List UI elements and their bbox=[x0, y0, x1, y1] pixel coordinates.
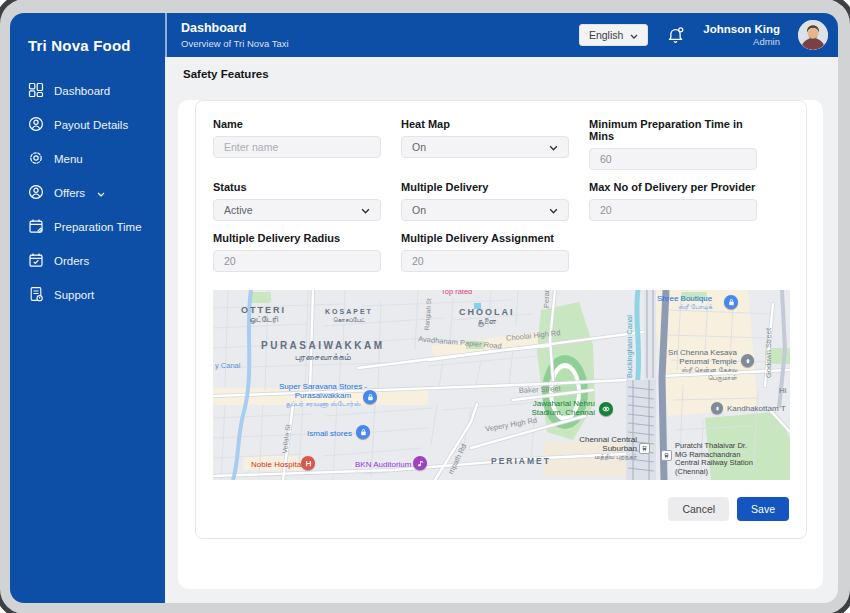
shopping-bag-marker[interactable] bbox=[724, 295, 738, 309]
sidebar-item-label: Orders bbox=[54, 255, 89, 267]
delivery-radius-input[interactable] bbox=[213, 250, 381, 272]
map-poi-noble-hospital: Noble Hospital bbox=[251, 460, 303, 469]
min-prep-time-input[interactable] bbox=[589, 148, 757, 170]
map-poi-saravana: Super Saravana Stores - Purasaiwakkamசூப… bbox=[273, 382, 373, 408]
multiple-delivery-select[interactable]: On bbox=[401, 199, 569, 221]
sidebar-item-label: Preparation Time bbox=[54, 221, 142, 233]
map-road-canal: y Canal bbox=[215, 362, 240, 371]
user-meta: Johnson King Admin bbox=[703, 22, 780, 48]
sidebar-item-label: Offers bbox=[54, 187, 85, 199]
language-label: English bbox=[589, 29, 623, 41]
gear-icon bbox=[28, 150, 44, 168]
status-select[interactable]: Active bbox=[213, 199, 381, 221]
chevron-down-icon bbox=[97, 187, 105, 199]
person-circle-icon bbox=[28, 184, 44, 202]
sidebar-item-menu[interactable]: Menu bbox=[10, 142, 165, 176]
sidebar-item-support[interactable]: Support bbox=[10, 278, 165, 312]
train-marker[interactable] bbox=[661, 450, 672, 461]
form-grid: Name Heat Map On Min bbox=[213, 118, 789, 272]
person-circle-icon bbox=[28, 116, 44, 134]
language-dropdown[interactable]: English bbox=[579, 24, 648, 46]
name-input[interactable] bbox=[213, 136, 381, 158]
notification-bell-icon[interactable] bbox=[666, 26, 685, 45]
sidebar-item-orders[interactable]: Orders bbox=[10, 244, 165, 278]
screenshot: Tri Nova Food Dashboard Payout Details M… bbox=[0, 0, 850, 613]
field-delivery-assignment: Multiple Delivery Assignment bbox=[401, 232, 569, 272]
delivery-assignment-input[interactable] bbox=[401, 250, 569, 272]
map-poi-bkn-auditorium: BKN Auditorium bbox=[355, 460, 411, 469]
map-poi-central-station: Puratchi Thalaivar Dr. MG Ramachandran C… bbox=[675, 442, 757, 477]
chevron-down-icon bbox=[361, 204, 370, 216]
music-marker[interactable] bbox=[413, 456, 427, 470]
cancel-button[interactable]: Cancel bbox=[668, 497, 729, 521]
status-value: Active bbox=[224, 204, 253, 216]
sidebar-item-dashboard[interactable]: Dashboard bbox=[10, 74, 165, 108]
main-column: Dashboard Overview of Tri Nova Taxi Engl… bbox=[165, 13, 838, 603]
multiple-delivery-label: Multiple Delivery bbox=[401, 181, 569, 193]
grid-spacer bbox=[589, 232, 757, 272]
delivery-assignment-label: Multiple Delivery Assignment bbox=[401, 232, 569, 244]
field-max-delivery: Max No of Delivery per Provider bbox=[589, 181, 757, 221]
map-poi-shree-boutique: Shree Boutiqueஸ்ரீ போடிக் bbox=[657, 294, 712, 311]
map-poi-central-suburban: Chennai Central Suburbanமத்திய புறநகர் bbox=[559, 435, 637, 461]
sidebar-item-label: Support bbox=[54, 289, 94, 301]
sidebar-item-label: Dashboard bbox=[54, 85, 110, 97]
map-road-high-rd: Hi bbox=[779, 386, 787, 395]
map-poi-perumal-temple: Sri Chenna Kesava Perumal Templeஸ்ரீ சென… bbox=[659, 348, 737, 382]
header-right: English Johnson King Admin bbox=[579, 20, 828, 50]
header-titles: Dashboard Overview of Tri Nova Taxi bbox=[181, 21, 289, 49]
field-status: Status Active bbox=[213, 181, 381, 221]
shopping-bag-marker[interactable] bbox=[363, 390, 377, 404]
map[interactable]: OTTERIஒட்டேரி KOSAPETகொசப்பேட் PURASAIWA… bbox=[213, 290, 790, 480]
map-area-kosapet: KOSAPETகொசப்பேட் bbox=[325, 308, 373, 324]
map-poi-nehru-stadium: Jawaharlal Nehru Stadium, Chennai bbox=[509, 399, 595, 417]
shopping-bag-marker[interactable] bbox=[356, 425, 370, 439]
heat-map-label: Heat Map bbox=[401, 118, 569, 130]
page-title: Safety Features bbox=[183, 68, 838, 80]
app-window: Tri Nova Food Dashboard Payout Details M… bbox=[10, 13, 838, 603]
chevron-down-icon bbox=[630, 29, 638, 41]
name-label: Name bbox=[213, 118, 381, 130]
support-document-icon bbox=[28, 286, 44, 304]
field-name: Name bbox=[213, 118, 381, 170]
field-delivery-radius: Multiple Delivery Radius bbox=[213, 232, 381, 272]
multiple-delivery-value: On bbox=[412, 204, 426, 216]
sidebar: Tri Nova Food Dashboard Payout Details M… bbox=[10, 13, 165, 603]
content-panel: Name Heat Map On Min bbox=[178, 100, 823, 589]
delivery-radius-label: Multiple Delivery Radius bbox=[213, 232, 381, 244]
max-delivery-input[interactable] bbox=[589, 199, 757, 221]
hospital-marker[interactable] bbox=[301, 456, 315, 470]
heat-map-value: On bbox=[412, 141, 426, 153]
sidebar-item-label: Menu bbox=[54, 153, 83, 165]
calendar-check-icon bbox=[28, 252, 44, 270]
field-min-prep-time: Minimum Preparation Time in Mins bbox=[589, 118, 757, 170]
content-area: Safety Features Name Heat Map On bbox=[165, 57, 838, 603]
map-area-purasaiwakkam: PURASAIWAKKAMபுரசைவாக்கம் bbox=[261, 340, 385, 362]
map-area-otteri: OTTERIஒட்டேரி bbox=[241, 305, 286, 325]
heat-map-select[interactable]: On bbox=[401, 136, 569, 158]
sidebar-item-offers[interactable]: Offers bbox=[10, 176, 165, 210]
map-poi-ismail: Ismail stores bbox=[307, 429, 352, 438]
sidebar-item-payout-details[interactable]: Payout Details bbox=[10, 108, 165, 142]
user-name: Johnson King bbox=[703, 22, 780, 36]
kandhakottam-marker[interactable] bbox=[711, 402, 723, 414]
safety-features-card: Name Heat Map On Min bbox=[195, 100, 807, 539]
avatar[interactable] bbox=[798, 20, 828, 50]
train-marker[interactable] bbox=[639, 443, 650, 454]
save-button[interactable]: Save bbox=[737, 497, 789, 521]
sidebar-item-preparation-time[interactable]: Preparation Time bbox=[10, 210, 165, 244]
chevron-down-icon bbox=[549, 141, 558, 153]
stadium-marker[interactable] bbox=[599, 402, 613, 416]
map-area-choolai: CHOOLAIசூளை bbox=[459, 307, 515, 327]
max-delivery-label: Max No of Delivery per Provider bbox=[589, 181, 757, 193]
chevron-down-icon bbox=[549, 204, 558, 216]
map-road-buckingham-canal: Buckingham Canal bbox=[626, 315, 635, 378]
map-poi-top-rated: Top rated bbox=[441, 290, 472, 297]
temple-marker[interactable] bbox=[741, 354, 754, 367]
calendar-edit-icon bbox=[28, 218, 44, 236]
status-label: Status bbox=[213, 181, 381, 193]
sidebar-item-label: Payout Details bbox=[54, 119, 128, 131]
map-area-periamet: PERIAMET bbox=[491, 457, 551, 467]
user-role: Admin bbox=[703, 36, 780, 48]
field-heat-map: Heat Map On bbox=[401, 118, 569, 170]
